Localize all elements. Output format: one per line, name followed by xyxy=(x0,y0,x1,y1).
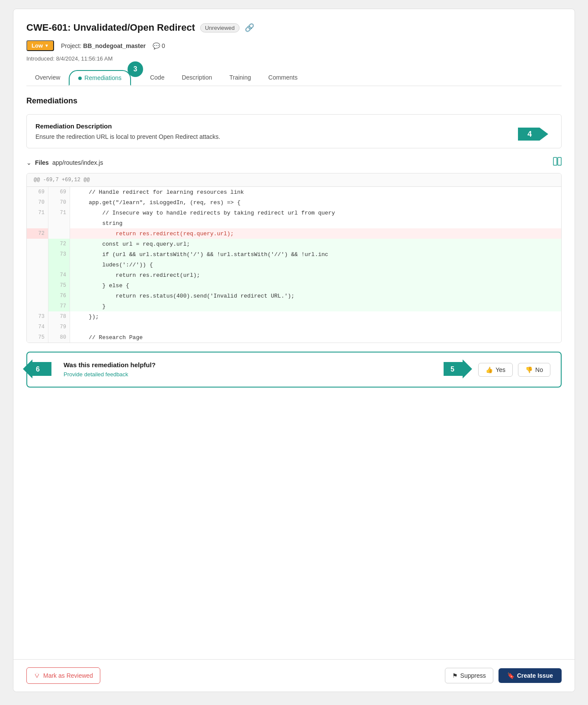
svg-text:5: 5 xyxy=(451,365,454,373)
annotation-4: 4 xyxy=(518,123,548,147)
feedback-right: 5 👍 Yes 👎 No xyxy=(478,363,550,377)
comment-icon: 💬 xyxy=(153,42,160,49)
code-line-added: 72 const url = req.query.url; xyxy=(27,239,561,249)
svg-marker-6 xyxy=(444,359,472,378)
flag-icon: ⚑ xyxy=(452,672,458,679)
remediation-description-card: Remediation Description Ensure the redir… xyxy=(26,114,562,148)
x-circle-icon: ⩒ xyxy=(34,672,41,679)
code-line-added: 75 } else { xyxy=(27,280,561,291)
code-line-removed: 72 return res.redirect(req.query.url); xyxy=(27,228,561,239)
svg-rect-3 xyxy=(558,157,561,165)
diff-header: @@ -69,7 +69,12 @@ xyxy=(27,173,561,187)
code-line-added: ludes('://')) { xyxy=(27,260,561,270)
svg-text:6: 6 xyxy=(36,365,40,373)
status-badge: Unreviewed xyxy=(200,23,240,32)
tab-training[interactable]: Training xyxy=(220,70,259,86)
remediation-card-title: Remediation Description xyxy=(35,122,553,130)
tab-comments[interactable]: Comments xyxy=(260,70,307,86)
bookmark-icon: 🔖 xyxy=(507,672,514,679)
meta-row: Low ▼ Project: BB_nodegoat_master 💬 0 xyxy=(26,40,562,51)
severity-label: Low xyxy=(32,42,43,49)
code-line: 71 71 // Insecure way to handle redirect… xyxy=(27,208,561,218)
code-line: 75 80 // Research Page xyxy=(27,332,561,343)
header-row: CWE-601: Unvalidated/Open Redirect Unrev… xyxy=(26,22,562,33)
svg-text:4: 4 xyxy=(527,130,532,138)
code-line-added: 74 return res.redirect(url); xyxy=(27,270,561,280)
code-line: 73 78 }); xyxy=(27,311,561,322)
bottom-right: ⚑ Suppress 🔖 Create Issue xyxy=(445,668,562,683)
tab-remediations[interactable]: Remediations 3 xyxy=(69,70,131,86)
collapse-icon[interactable]: ⌄ xyxy=(26,159,32,166)
tabs-row: Overview Remediations 3 Code Description… xyxy=(26,70,562,86)
feedback-left: Was this remediation helpful? Provide de… xyxy=(64,361,156,378)
section-title: Remediations xyxy=(26,96,562,106)
introduced-date: 8/4/2024, 11:56:16 AM xyxy=(56,55,113,62)
annotation-3: 3 xyxy=(128,61,143,77)
files-header: ⌄ Files app/routes/index.js xyxy=(26,157,562,168)
create-issue-button[interactable]: 🔖 Create Issue xyxy=(499,668,562,683)
project-label: Project: BB_nodegoat_master xyxy=(61,42,146,49)
code-line: string xyxy=(27,218,561,228)
link-icon[interactable]: 🔗 xyxy=(245,23,254,32)
filename: app/routes/index.js xyxy=(52,159,103,166)
bottom-bar: ⩒ Mark as Reviewed ⚑ Suppress 🔖 Create I… xyxy=(13,659,575,692)
annotation-5: 5 xyxy=(444,359,472,380)
code-line-added: 76 return res.status(400).send('Invalid … xyxy=(27,291,561,301)
project-name: BB_nodegoat_master xyxy=(83,42,146,49)
feedback-link[interactable]: Provide detailed feedback xyxy=(64,371,128,378)
page-title: CWE-601: Unvalidated/Open Redirect xyxy=(26,22,195,33)
feedback-title: Was this remediation helpful? xyxy=(64,361,156,369)
files-label: Files xyxy=(35,159,49,166)
annotation-6: 6 xyxy=(23,359,51,380)
mark-reviewed-button[interactable]: ⩒ Mark as Reviewed xyxy=(26,667,100,684)
tab-active-dot xyxy=(78,77,82,80)
comments-count: 💬 0 xyxy=(153,42,165,49)
tab-code[interactable]: Code xyxy=(141,70,173,86)
suppress-button[interactable]: ⚑ Suppress xyxy=(445,668,493,683)
layout-toggle-icon[interactable] xyxy=(553,157,562,168)
thumbs-down-icon: 👎 xyxy=(525,366,533,373)
page-container: CWE-601: Unvalidated/Open Redirect Unrev… xyxy=(13,9,575,692)
svg-rect-2 xyxy=(553,157,557,165)
svg-marker-0 xyxy=(518,128,548,141)
code-block: @@ -69,7 +69,12 @@ 69 69 // Handle redir… xyxy=(26,173,562,343)
feedback-box: 6 Was this remediation helpful? Provide … xyxy=(26,352,562,388)
no-button[interactable]: 👎 No xyxy=(518,363,550,377)
files-section: ⌄ Files app/routes/index.js @@ -69,7 +69… xyxy=(26,157,562,343)
severity-dropdown[interactable]: Low ▼ xyxy=(26,40,54,51)
code-line: 69 69 // Handle redirect for learning re… xyxy=(27,187,561,197)
tab-description[interactable]: Description xyxy=(173,70,220,86)
thumbs-up-icon: 👍 xyxy=(486,366,493,373)
chevron-down-icon: ▼ xyxy=(45,43,49,48)
code-line-added: 77 } xyxy=(27,301,561,311)
tab-overview[interactable]: Overview xyxy=(26,70,69,86)
code-line: 74 79 xyxy=(27,322,561,332)
introduced-row: Introduced: 8/4/2024, 11:56:16 AM xyxy=(26,55,562,62)
code-line-added: 73 if (url && url.startsWith('/') && !ur… xyxy=(27,249,561,260)
code-line: 70 70 app.get("/learn", isLoggedIn, (req… xyxy=(27,197,561,208)
remediation-card-desc: Ensure the redirection URL is local to p… xyxy=(35,133,553,140)
yes-button[interactable]: 👍 Yes xyxy=(478,363,513,377)
